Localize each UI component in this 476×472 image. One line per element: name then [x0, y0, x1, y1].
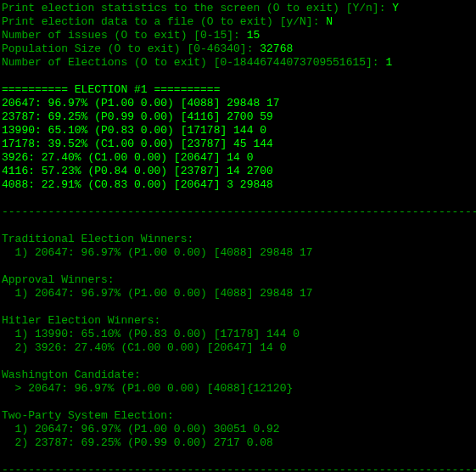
- input-stats-screen: Y: [392, 2, 399, 14]
- stat-row: 3926: 27.40% (C1.00 0.00) [20647] 14 0: [2, 151, 474, 165]
- twoparty-title: Two-Party System Election:: [2, 409, 474, 423]
- stat-row: 4088: 22.91% (C0.83 0.00) [20647] 3 2984…: [2, 178, 474, 192]
- input-data-file: N: [326, 15, 333, 28]
- input-num-elections: 1: [385, 56, 392, 69]
- washington-title: Washington Candidate:: [2, 368, 474, 382]
- blank: [2, 301, 474, 314]
- divider: ----------------------------------------…: [2, 464, 474, 472]
- prompt-data-file: Print election data to a file (O to exit…: [2, 15, 474, 29]
- hitler-row: 2) 3926: 27.40% (C1.00 0.00) [20647] 14 …: [2, 341, 474, 355]
- stat-row: 4116: 57.23% (P0.84 0.00) [23787] 14 270…: [2, 165, 474, 178]
- prompt-pop-size: Population Size (O to exit) [0-46340]: 3…: [2, 42, 474, 56]
- stat-row: 23787: 69.25% (P0.99 0.00) [4116] 2700 5…: [2, 110, 474, 124]
- prompt-num-elections: Number of Elections (O to exit) [0-18446…: [2, 56, 474, 70]
- input-num-issues: 15: [247, 29, 260, 42]
- blank: [2, 70, 474, 83]
- blank: [2, 450, 474, 464]
- twoparty-row: 2) 23787: 69.25% (P0.99 0.00) 2717 0.08: [2, 436, 474, 450]
- stat-row: 13990: 65.10% (P0.83 0.00) [17178] 144 0: [2, 124, 474, 138]
- traditional-row: 1) 20647: 96.97% (P1.00 0.00) [4088] 298…: [2, 246, 474, 260]
- prompt-num-issues: Number of issues (O to exit) [0-15]: 15: [2, 29, 474, 42]
- blank: [2, 192, 474, 205]
- blank: [2, 355, 474, 368]
- hitler-title: Hitler Election Winners:: [2, 314, 474, 328]
- approval-row: 1) 20647: 96.97% (P1.00 0.00) [4088] 298…: [2, 287, 474, 301]
- blank: [2, 396, 474, 409]
- prompt-stats-screen: Print election statistics to the screen …: [2, 2, 474, 15]
- twoparty-row: 1) 20647: 96.97% (P1.00 0.00) 30051 0.92: [2, 423, 474, 436]
- approval-title: Approval Winners:: [2, 273, 474, 287]
- divider: ----------------------------------------…: [2, 205, 474, 219]
- stat-row: 17178: 39.52% (C1.00 0.00) [23787] 45 14…: [2, 138, 474, 151]
- hitler-row: 1) 13990: 65.10% (P0.83 0.00) [17178] 14…: [2, 328, 474, 341]
- election-header: ========== ELECTION #1 ==========: [2, 83, 474, 97]
- washington-row: > 20647: 96.97% (P1.00 0.00) [4088]{1212…: [2, 382, 474, 396]
- input-pop-size: 32768: [260, 42, 293, 55]
- traditional-title: Traditional Election Winners:: [2, 233, 474, 246]
- blank: [2, 219, 474, 233]
- blank: [2, 260, 474, 273]
- stat-row: 20647: 96.97% (P1.00 0.00) [4088] 29848 …: [2, 97, 474, 110]
